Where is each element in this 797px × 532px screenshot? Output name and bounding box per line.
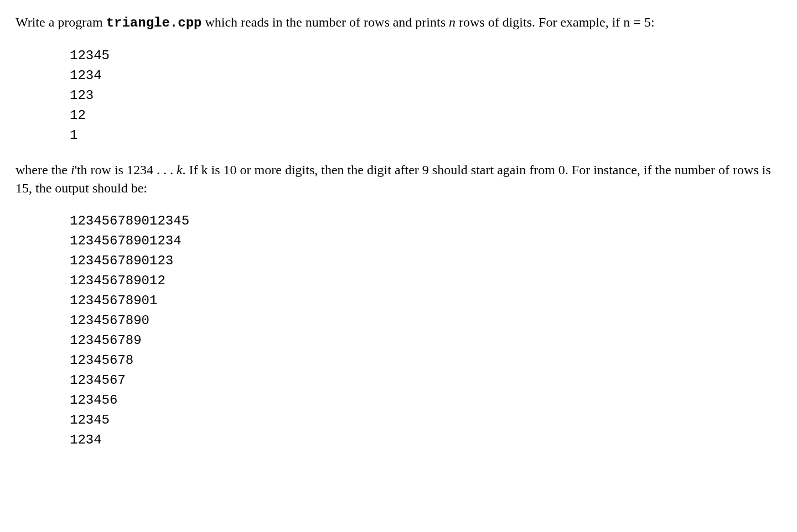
intro-text-part3: rows of digits. For example, if n = 5: [456,15,655,29]
variable-n: n [449,15,456,29]
example-output-n15: 123456789012345 12345678901234 123456789… [70,211,782,450]
variable-i: i [71,163,75,177]
paragraph-intro: Write a program triangle.cpp which reads… [15,13,782,33]
explanation-part2: 'th row is 1234 . . . [75,163,177,177]
intro-text-part1: Write a program [15,15,106,29]
intro-text-part2: which reads in the number of rows and pr… [201,15,449,29]
explanation-part1: where the [15,163,71,177]
paragraph-explanation: where the i'th row is 1234 . . . k. If k… [15,161,782,198]
variable-k: k [177,163,183,177]
example-output-n5: 12345 1234 123 12 1 [70,46,782,145]
program-filename: triangle.cpp [106,15,202,30]
